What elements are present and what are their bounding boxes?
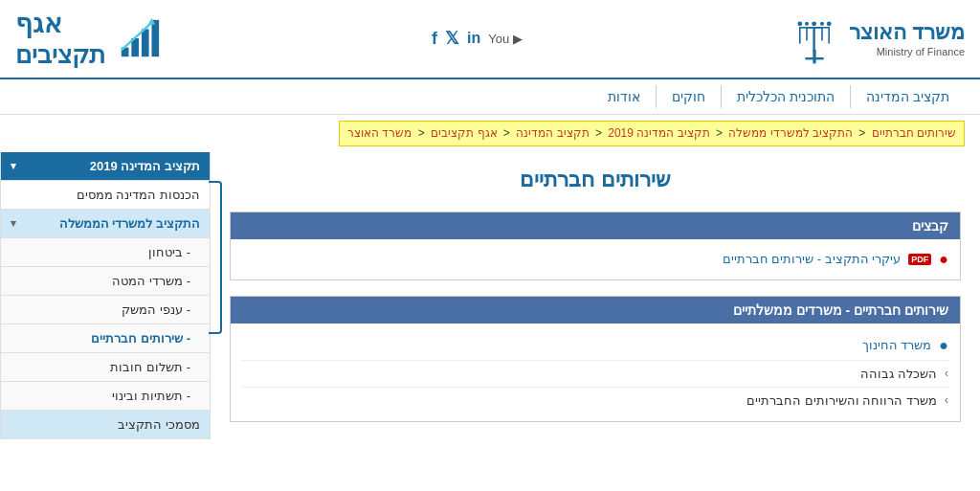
facebook-icon[interactable]: f xyxy=(432,29,437,49)
sidebar-item-social[interactable]: - שירותים חברתיים xyxy=(1,324,210,353)
svg-rect-7 xyxy=(806,27,808,40)
sidebar-item-infra[interactable]: - תשתיות ובינוי xyxy=(1,382,210,411)
bullet-icon: ● xyxy=(939,251,948,268)
breadcrumb: שירותים חברתיים < התקציב למשרדי ממשלה < … xyxy=(339,121,965,146)
nav-about[interactable]: אודות xyxy=(592,85,656,108)
svg-point-14 xyxy=(805,22,809,26)
sidebar-item-label: מסמכי התקציב xyxy=(118,417,200,432)
expand-arrow-icon-2[interactable]: › xyxy=(945,393,948,407)
sidebar-item-label: - שירותים חברתיים xyxy=(91,331,190,346)
list-item: › משרד הרווחה והשירותים החברתיים xyxy=(242,388,948,413)
expand-arrow-icon[interactable]: › xyxy=(945,367,948,380)
social-icons: ▶ You in 𝕏 f xyxy=(432,28,523,49)
list-item: › השכלה גבוהה xyxy=(242,361,948,388)
svg-point-15 xyxy=(820,22,824,26)
sidebar-item-label: הכנסות המדינה ממסים xyxy=(77,188,200,202)
sidebar-item-label: - ביטחון xyxy=(148,245,190,259)
files-section: קבצים ● PDF עיקרי התקציב - שירותים חברתי… xyxy=(230,212,961,280)
svg-rect-5 xyxy=(828,27,830,44)
ministry-name-he: משרד האוצר xyxy=(849,20,965,45)
ministry-link-1[interactable]: משרד החינוך xyxy=(862,338,932,352)
sidebar-item-label: - תשתיות ובינוי xyxy=(112,389,190,403)
menorah-logo xyxy=(791,11,837,65)
file-item: ● PDF עיקרי התקציב - שירותים חברתיים xyxy=(242,247,948,272)
svg-rect-2 xyxy=(813,27,814,52)
svg-point-13 xyxy=(827,22,832,27)
files-section-content: ● PDF עיקרי התקציב - שירותים חברתיים xyxy=(231,239,960,279)
dept-title-sub: תקציבים xyxy=(15,40,105,70)
svg-point-11 xyxy=(812,22,816,27)
bc-social[interactable]: שירותים חברתיים xyxy=(872,126,956,140)
svg-rect-9 xyxy=(821,27,823,40)
bc-state[interactable]: תקציב המדינה xyxy=(516,126,589,140)
sidebar-arrow-icon: ▾ xyxy=(11,160,16,172)
ministries-section-header: שירותים חברתיים - משרדים ממשלתיים xyxy=(231,297,960,324)
breadcrumb-bar: שירותים חברתיים < התקציב למשרדי ממשלה < … xyxy=(0,115,980,152)
ministries-section: שירותים חברתיים - משרדים ממשלתיים ● משרד… xyxy=(230,296,961,422)
bc-dept[interactable]: אגף תקציבים xyxy=(431,126,497,140)
youtube-icon[interactable]: ▶ You xyxy=(488,32,523,46)
header-left: משרד האוצר Ministry of Finance xyxy=(791,11,965,65)
sidebar-item-docs[interactable]: מסמכי התקציב xyxy=(1,411,210,439)
ministry-link-3[interactable]: משרד הרווחה והשירותים החברתיים xyxy=(746,393,937,408)
sidebar-expand-icon: ▾ xyxy=(11,217,16,230)
svg-rect-10 xyxy=(814,27,823,29)
dept-title-main: אגף xyxy=(15,8,105,40)
files-section-header: קבצים xyxy=(231,212,960,239)
ministry-link-2[interactable]: השכלה גבוהה xyxy=(860,367,937,381)
sidebar-item-label: - ענפי המשק xyxy=(122,302,190,317)
sidebar: תקציב המדינה 2019 ▾ הכנסות המדינה ממסים … xyxy=(0,152,211,439)
sidebar-item-2019[interactable]: תקציב המדינה 2019 ▾ xyxy=(1,152,210,181)
ministry-name-en: Ministry of Finance xyxy=(849,46,965,57)
file-link[interactable]: עיקרי התקציב - שירותים חברתיים xyxy=(723,252,902,266)
bc-2019[interactable]: תקציב המדינה 2019 xyxy=(608,126,709,140)
bc-treasury[interactable]: משרד האוצר xyxy=(347,126,412,140)
svg-rect-18 xyxy=(142,30,149,57)
sidebar-item-label: התקציב למשרדי הממשלה xyxy=(59,216,200,231)
nav-economic-plan[interactable]: התוכנית הכלכלית xyxy=(721,85,850,108)
svg-rect-19 xyxy=(151,20,159,56)
sidebar-item-label: תקציב המדינה 2019 xyxy=(90,159,200,173)
ministries-section-content: ● משרד החינוך › השכלה גבוהה › משרד הרווח… xyxy=(231,324,960,421)
bc-ministries[interactable]: התקציב למשרדי ממשלה xyxy=(728,126,853,140)
svg-rect-0 xyxy=(813,50,815,63)
svg-rect-1 xyxy=(805,57,823,59)
dept-title: אגף תקציבים xyxy=(15,8,105,70)
page-title: שירותים חברתיים xyxy=(230,167,961,192)
nav-state-budget[interactable]: תקציב המדינה xyxy=(850,85,965,108)
sidebar-item-ministries[interactable]: התקציב למשרדי הממשלה ▾ xyxy=(1,210,210,238)
sidebar-item-taxes[interactable]: הכנסות המדינה ממסים xyxy=(1,181,210,210)
sidebar-container: תקציב המדינה 2019 ▾ הכנסות המדינה ממסים … xyxy=(0,152,211,487)
list-item: ● משרד החינוך xyxy=(242,331,948,361)
header-right: אגף תקציבים xyxy=(15,8,163,70)
content-area: שירותים חברתיים קבצים ● PDF עיקרי התקציב… xyxy=(211,152,980,487)
sidebar-item-label: - משרדי המטה xyxy=(112,274,190,288)
svg-point-12 xyxy=(797,22,802,27)
navbar: תקציב המדינה התוכנית הכלכלית חוקים אודות xyxy=(0,79,980,115)
sidebar-item-economy[interactable]: - ענפי המשק xyxy=(1,296,210,324)
sidebar-item-hq[interactable]: - משרדי המטה xyxy=(1,267,210,296)
svg-rect-8 xyxy=(806,27,813,29)
ministry-name-block: משרד האוצר Ministry of Finance xyxy=(849,20,965,56)
list-bullet-icon: ● xyxy=(939,337,948,354)
sidebar-item-debts[interactable]: - תשלום חובות xyxy=(1,353,210,382)
nav-laws[interactable]: חוקים xyxy=(656,85,721,108)
chart-icon xyxy=(117,15,163,61)
twitter-icon[interactable]: 𝕏 xyxy=(445,28,459,49)
linkedin-icon[interactable]: in xyxy=(467,30,480,47)
header: משרד האוצר Ministry of Finance xyxy=(0,0,980,79)
svg-rect-3 xyxy=(799,27,801,44)
main-layout: שירותים חברתיים קבצים ● PDF עיקרי התקציב… xyxy=(0,152,980,487)
pdf-icon: PDF xyxy=(908,254,931,265)
sidebar-item-label: - תשלום חובות xyxy=(110,360,190,374)
sidebar-item-security[interactable]: - ביטחון xyxy=(1,238,210,267)
